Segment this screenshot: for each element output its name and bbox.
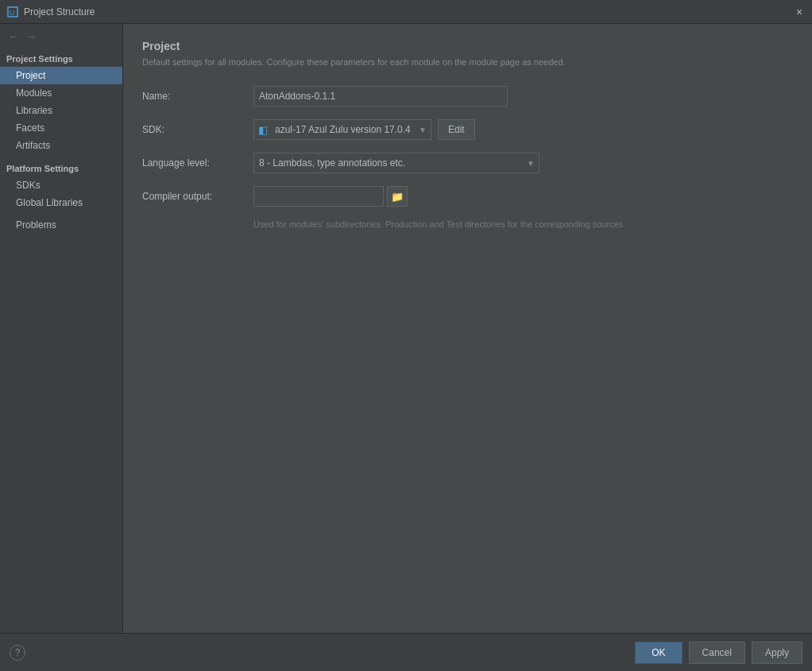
sidebar-item-libraries[interactable]: Libraries xyxy=(0,102,122,119)
language-level-wrapper: 8 - Lambdas, type annotations etc.11 - L… xyxy=(253,153,539,173)
compiler-output-row: Compiler output: 📁 xyxy=(142,186,793,207)
svg-text:U: U xyxy=(10,9,15,17)
forward-arrow[interactable]: → xyxy=(24,29,38,45)
content-title: Project xyxy=(142,40,793,52)
apply-button[interactable]: Apply xyxy=(752,642,802,664)
sdk-controls: ◧ azul-17 Azul Zulu version 17.0.4 ▼ Edi… xyxy=(253,119,475,140)
language-level-label: Language level: xyxy=(142,157,253,169)
sdk-select-wrapper: ◧ azul-17 Azul Zulu version 17.0.4 ▼ xyxy=(253,119,431,140)
project-settings-header: Project Settings xyxy=(0,49,122,67)
name-control xyxy=(253,86,508,107)
bottom-buttons: OK Cancel Apply xyxy=(635,642,802,664)
sdk-edit-button[interactable]: Edit xyxy=(438,119,475,140)
folder-icon: 📁 xyxy=(391,191,404,203)
platform-settings-header: Platform Settings xyxy=(0,159,122,176)
language-level-select[interactable]: 8 - Lambdas, type annotations etc.11 - L… xyxy=(253,153,539,173)
folder-browse-button[interactable]: 📁 xyxy=(387,186,408,207)
sidebar: ← → Project Settings Project Modules Lib… xyxy=(0,24,123,633)
bottom-bar: ? OK Cancel Apply xyxy=(0,633,812,671)
app-icon: U xyxy=(6,6,19,18)
main-layout: ← → Project Settings Project Modules Lib… xyxy=(0,24,812,633)
sidebar-item-project[interactable]: Project xyxy=(0,67,122,84)
content-subtitle: Default settings for all modules. Config… xyxy=(142,57,793,67)
sidebar-item-problems[interactable]: Problems xyxy=(0,216,122,234)
sidebar-item-facets[interactable]: Facets xyxy=(0,119,122,137)
sidebar-item-global-libraries[interactable]: Global Libraries xyxy=(0,194,122,211)
ok-button[interactable]: OK xyxy=(635,642,682,664)
name-row: Name: xyxy=(142,86,793,107)
nav-arrows: ← → xyxy=(0,24,122,49)
sdk-select[interactable]: azul-17 Azul Zulu version 17.0.4 xyxy=(253,119,431,140)
compiler-output-input[interactable] xyxy=(253,186,384,207)
sdk-cube-icon: ◧ xyxy=(257,125,269,134)
name-input[interactable] xyxy=(253,86,508,107)
sidebar-item-artifacts[interactable]: Artifacts xyxy=(0,137,122,154)
compiler-note: Used for modules' subdirectories. Produc… xyxy=(142,219,793,229)
sidebar-item-sdks[interactable]: SDKs xyxy=(0,176,122,194)
compiler-controls: 📁 xyxy=(253,186,408,207)
compiler-output-label: Compiler output: xyxy=(142,191,253,202)
title-bar: U Project Structure × xyxy=(0,0,812,24)
back-arrow[interactable]: ← xyxy=(6,29,21,45)
name-label: Name: xyxy=(142,91,253,102)
sdk-label: SDK: xyxy=(142,124,253,135)
language-level-row: Language level: 8 - Lambdas, type annota… xyxy=(142,153,793,173)
close-button[interactable]: × xyxy=(793,6,806,18)
sidebar-item-modules[interactable]: Modules xyxy=(0,84,122,102)
help-button[interactable]: ? xyxy=(10,645,25,661)
content-area: Project Default settings for all modules… xyxy=(123,24,812,633)
cancel-button[interactable]: Cancel xyxy=(689,642,745,664)
window-title: Project Structure xyxy=(24,6,793,17)
sdk-row: SDK: ◧ azul-17 Azul Zulu version 17.0.4 … xyxy=(142,119,793,140)
